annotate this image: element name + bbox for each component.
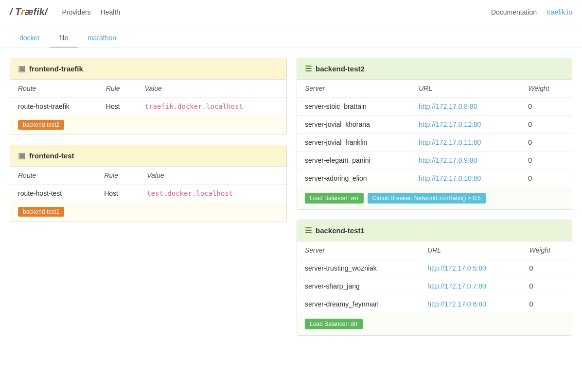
server-weight: 0 bbox=[520, 170, 572, 187]
server-weight: 0 bbox=[520, 98, 572, 116]
backend-test2-title: backend-test2 bbox=[316, 65, 365, 73]
route-name: route-host-test bbox=[10, 185, 96, 203]
col-value: Value bbox=[137, 80, 286, 98]
server-url: http://172.17.0.6:80 bbox=[420, 295, 521, 313]
frontend-traefik-card: ▣ frontend-traefik Route Rule Value rout… bbox=[10, 58, 287, 135]
backend-test1-header: ☰ backend-test1 bbox=[297, 220, 572, 241]
col-server: Server bbox=[297, 80, 411, 98]
server-weight: 0 bbox=[522, 259, 572, 277]
header-right: Documentation traefik.io bbox=[491, 8, 572, 16]
table-row: server-adoring_elion http://172.17.0.10:… bbox=[297, 170, 572, 187]
circuit-breaker-badge: Circuit Breaker: NetworkErrorRatio() > 0… bbox=[368, 193, 486, 204]
server-name: server-trusting_wozniak bbox=[297, 259, 420, 277]
server-url: http://172.17.0.9:80 bbox=[411, 152, 520, 170]
server-name: server-dreamy_feynman bbox=[297, 295, 420, 313]
server-url: http://172.17.0.5:80 bbox=[420, 259, 521, 277]
frontends-column: ▣ frontend-traefik Route Rule Value rout… bbox=[10, 58, 287, 336]
col-route: Route bbox=[10, 80, 98, 98]
backend-test2-header: ☰ backend-test2 bbox=[297, 58, 572, 80]
col-weight: Weight bbox=[522, 241, 572, 259]
col-route: Route bbox=[10, 167, 96, 185]
server-name: server-stoic_brattain bbox=[297, 98, 411, 116]
backend-test1-body: Server URL Weight server-trusting_woznia… bbox=[297, 241, 572, 335]
col-rule: Rule bbox=[96, 167, 139, 185]
backend-test2-badges: Load Balancer: wrr Circuit Breaker: Netw… bbox=[297, 187, 572, 209]
nav-health[interactable]: Health bbox=[101, 8, 120, 16]
backend-badge-test2[interactable]: backend-test2 bbox=[10, 115, 286, 135]
server-url: http://172.17.0.12:80 bbox=[411, 116, 520, 134]
table-row: server-trusting_wozniak http://172.17.0.… bbox=[297, 259, 572, 277]
table-row: server-jovial_franklin http://172.17.0.1… bbox=[297, 134, 572, 152]
frontend-test-card: ▣ frontend-test Route Rule Value route-h… bbox=[10, 145, 287, 222]
frontend-traefik-title: frontend-traefik bbox=[29, 65, 83, 73]
tab-marathon[interactable]: marathon bbox=[78, 29, 126, 48]
frontend-test-header: ▣ frontend-test bbox=[10, 145, 286, 167]
server-name: server-elegant_panini bbox=[297, 152, 411, 170]
server-url: http://172.17.0.8:80 bbox=[411, 98, 520, 116]
server-name: server-jovial_khorana bbox=[297, 116, 411, 134]
header: / Træfik/ Providers Health Documentation… bbox=[0, 0, 582, 24]
server-weight: 0 bbox=[520, 152, 572, 170]
nav-traefik-io[interactable]: traefik.io bbox=[547, 8, 572, 16]
logo: / Træfik/ bbox=[10, 6, 47, 17]
backends-column: ☰ backend-test2 Server URL Weight server… bbox=[297, 58, 572, 336]
globe-icon: ▣ bbox=[18, 64, 25, 73]
main-nav: Providers Health bbox=[62, 8, 120, 16]
server-url: http://172.17.0.10:80 bbox=[411, 170, 520, 187]
table-row: server-sharp_jang http://172.17.0.7:80 0 bbox=[297, 277, 572, 295]
route-rule: Host bbox=[98, 98, 137, 116]
col-value: Value bbox=[139, 167, 286, 185]
frontend-traefik-body: Route Rule Value route-host-traefik Host… bbox=[10, 80, 286, 135]
list-icon: ☰ bbox=[305, 226, 312, 235]
server-url: http://172.17.0.11:80 bbox=[411, 134, 520, 152]
col-weight: Weight bbox=[520, 80, 572, 98]
load-balancer-badge: Load Balancer: wrr bbox=[305, 193, 364, 204]
table-row: server-stoic_brattain http://172.17.0.8:… bbox=[297, 98, 572, 116]
col-url: URL bbox=[420, 241, 521, 259]
list-icon: ☰ bbox=[305, 64, 312, 73]
table-row: route-host-test Host test.docker.localho… bbox=[10, 185, 286, 203]
backend-test1-badges: Load Balancer: drr bbox=[297, 313, 572, 335]
route-value: traefik.docker.localhost bbox=[137, 98, 286, 116]
tabs-bar: docker file marathon bbox=[0, 29, 582, 48]
tab-file[interactable]: file bbox=[50, 29, 78, 48]
col-server: Server bbox=[297, 241, 420, 259]
servers-table-test2: Server URL Weight server-stoic_brattain … bbox=[297, 80, 572, 187]
server-name: server-jovial_franklin bbox=[297, 134, 411, 152]
server-url: http://172.17.0.7:80 bbox=[420, 277, 521, 295]
routes-table-test: Route Rule Value route-host-test Host te… bbox=[10, 167, 286, 202]
frontend-test-title: frontend-test bbox=[29, 152, 74, 160]
route-value: test.docker.localhost bbox=[139, 185, 286, 203]
globe-icon: ▣ bbox=[18, 151, 25, 160]
server-name: server-sharp_jang bbox=[297, 277, 420, 295]
route-rule: Host bbox=[96, 185, 139, 203]
server-name: server-adoring_elion bbox=[297, 170, 411, 187]
main-content: ▣ frontend-traefik Route Rule Value rout… bbox=[0, 48, 582, 345]
backend-test1-card: ☰ backend-test1 Server URL Weight server… bbox=[297, 220, 572, 336]
table-row: server-jovial_khorana http://172.17.0.12… bbox=[297, 116, 572, 134]
server-weight: 0 bbox=[522, 277, 572, 295]
backend-test2-body: Server URL Weight server-stoic_brattain … bbox=[297, 80, 572, 209]
nav-documentation[interactable]: Documentation bbox=[491, 8, 537, 16]
backend-test2-card: ☰ backend-test2 Server URL Weight server… bbox=[297, 58, 572, 210]
routes-table-traefik: Route Rule Value route-host-traefik Host… bbox=[10, 80, 286, 115]
server-weight: 0 bbox=[520, 134, 572, 152]
tab-docker[interactable]: docker bbox=[10, 29, 50, 48]
table-row: route-host-traefik Host traefik.docker.l… bbox=[10, 98, 286, 116]
table-row: server-dreamy_feynman http://172.17.0.6:… bbox=[297, 295, 572, 313]
nav-providers[interactable]: Providers bbox=[62, 8, 90, 16]
col-url: URL bbox=[411, 80, 520, 98]
table-row: server-elegant_panini http://172.17.0.9:… bbox=[297, 152, 572, 170]
server-weight: 0 bbox=[520, 116, 572, 134]
backend-badge-test1[interactable]: backend-test1 bbox=[10, 202, 286, 222]
col-rule: Rule bbox=[98, 80, 137, 98]
servers-table-test1: Server URL Weight server-trusting_woznia… bbox=[297, 241, 572, 313]
frontend-test-body: Route Rule Value route-host-test Host te… bbox=[10, 167, 286, 222]
load-balancer-badge: Load Balancer: drr bbox=[305, 319, 363, 329]
frontend-traefik-header: ▣ frontend-traefik bbox=[10, 58, 286, 80]
server-weight: 0 bbox=[522, 295, 572, 313]
backend-test1-title: backend-test1 bbox=[316, 226, 365, 235]
route-name: route-host-traefik bbox=[10, 98, 98, 116]
